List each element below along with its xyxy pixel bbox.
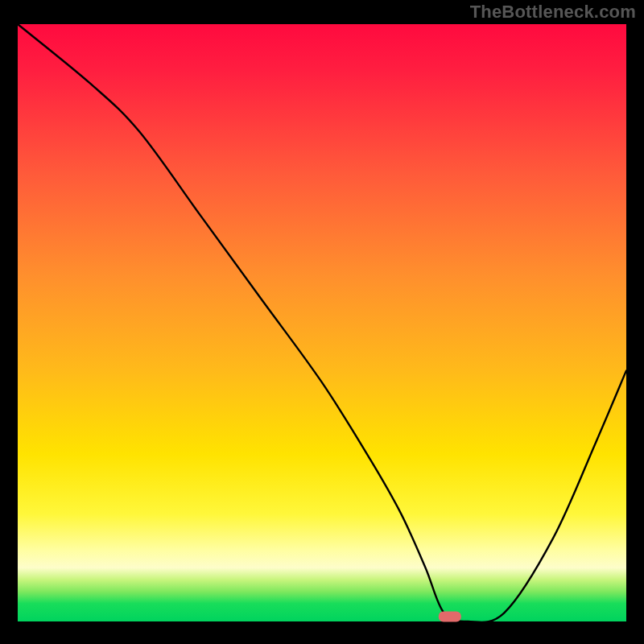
chart-svg: [18, 24, 626, 621]
watermark-text: TheBottleneck.com: [470, 2, 636, 23]
bottleneck-curve-path: [18, 24, 626, 622]
optimal-marker: [439, 612, 461, 622]
chart-frame: TheBottleneck.com: [0, 0, 644, 644]
